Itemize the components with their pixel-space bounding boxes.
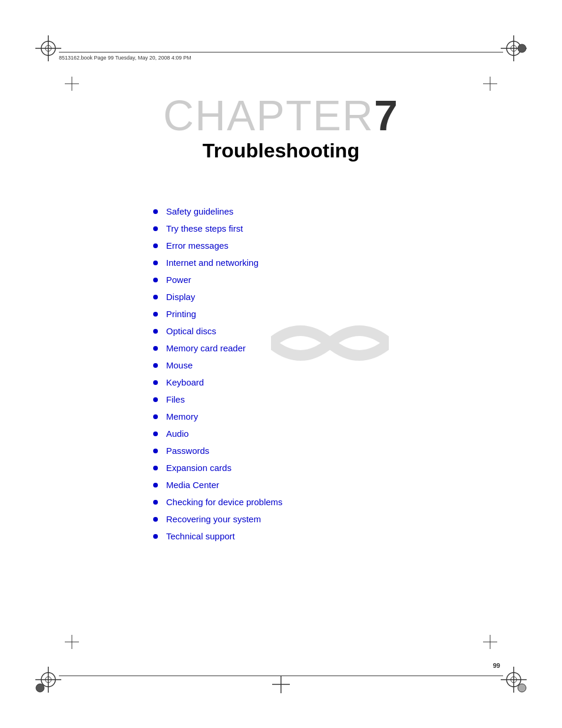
toc-item[interactable]: Memory card reader xyxy=(153,343,503,353)
chapter-subtitle: Troubleshooting xyxy=(0,139,562,162)
toc-link-audio[interactable]: Audio xyxy=(166,429,189,439)
toc-bullet-icon xyxy=(153,329,158,334)
toc-link-optical-discs[interactable]: Optical discs xyxy=(166,326,216,336)
toc-item[interactable]: Optical discs xyxy=(153,326,503,336)
toc-link-mouse[interactable]: Mouse xyxy=(166,360,193,370)
toc-link-internet-and-networking[interactable]: Internet and networking xyxy=(166,258,259,268)
toc-item[interactable]: Expansion cards xyxy=(153,463,503,473)
toc-link-power[interactable]: Power xyxy=(166,275,191,285)
toc-link-keyboard[interactable]: Keyboard xyxy=(166,377,204,387)
toc-container: Safety guidelinesTry these steps firstEr… xyxy=(153,206,503,548)
toc-link-printing[interactable]: Printing xyxy=(166,309,196,319)
chapter-heading: CHAPTER7 xyxy=(0,94,562,137)
toc-bullet-icon xyxy=(153,380,158,385)
toc-item[interactable]: Error messages xyxy=(153,241,503,251)
chapter-number: 7 xyxy=(374,92,399,139)
bottom-center-registration xyxy=(272,676,290,696)
toc-item[interactable]: Try these steps first xyxy=(153,223,503,233)
inner-reg-br xyxy=(483,635,497,651)
toc-bullet-icon xyxy=(153,500,158,505)
svg-point-18 xyxy=(518,684,526,692)
toc-link-try-these-steps-first[interactable]: Try these steps first xyxy=(166,223,243,233)
toc-link-error-messages[interactable]: Error messages xyxy=(166,241,229,251)
toc-item[interactable]: Media Center xyxy=(153,480,503,490)
header-text: 8513162.book Page 99 Tuesday, May 20, 20… xyxy=(59,55,191,61)
page-number: 99 xyxy=(493,662,500,669)
toc-bullet-icon xyxy=(153,483,158,487)
toc-bullet-icon xyxy=(153,517,158,522)
toc-item[interactable]: Printing xyxy=(153,309,503,319)
toc-item[interactable]: Passwords xyxy=(153,446,503,456)
toc-bullet-icon xyxy=(153,449,158,453)
toc-item[interactable]: Power xyxy=(153,275,503,285)
toc-bullet-icon xyxy=(153,278,158,282)
toc-bullet-icon xyxy=(153,243,158,248)
toc-item[interactable]: Safety guidelines xyxy=(153,206,503,216)
header-bar: 8513162.book Page 99 Tuesday, May 20, 20… xyxy=(59,52,503,61)
inner-reg-bl xyxy=(65,635,79,651)
toc-bullet-icon xyxy=(153,397,158,402)
toc-list: Safety guidelinesTry these steps firstEr… xyxy=(153,206,503,541)
toc-link-files[interactable]: Files xyxy=(166,394,185,404)
chapter-prefix: CHAPTER xyxy=(163,92,374,139)
svg-point-8 xyxy=(518,44,526,52)
corner-registration-bl xyxy=(35,657,71,693)
inner-reg-tl xyxy=(65,77,79,93)
toc-item[interactable]: Memory xyxy=(153,411,503,421)
toc-item[interactable]: Mouse xyxy=(153,360,503,370)
toc-item[interactable]: Audio xyxy=(153,429,503,439)
toc-item[interactable]: Recovering your system xyxy=(153,514,503,524)
toc-link-memory[interactable]: Memory xyxy=(166,411,198,421)
toc-bullet-icon xyxy=(153,534,158,539)
toc-bullet-icon xyxy=(153,346,158,351)
toc-link-media-center[interactable]: Media Center xyxy=(166,480,219,490)
toc-item[interactable]: Checking for device problems xyxy=(153,497,503,507)
toc-bullet-icon xyxy=(153,226,158,231)
toc-link-safety-guidelines[interactable]: Safety guidelines xyxy=(166,206,233,216)
toc-bullet-icon xyxy=(153,363,158,368)
toc-link-passwords[interactable]: Passwords xyxy=(166,446,209,456)
toc-item[interactable]: Internet and networking xyxy=(153,258,503,268)
toc-item[interactable]: Keyboard xyxy=(153,377,503,387)
toc-link-memory-card-reader[interactable]: Memory card reader xyxy=(166,343,246,353)
toc-item[interactable]: Display xyxy=(153,292,503,302)
toc-bullet-icon xyxy=(153,431,158,436)
toc-bullet-icon xyxy=(153,261,158,265)
toc-link-recovering-your-system[interactable]: Recovering your system xyxy=(166,514,261,524)
toc-bullet-icon xyxy=(153,295,158,299)
toc-bullet-icon xyxy=(153,312,158,317)
toc-item[interactable]: Technical support xyxy=(153,531,503,541)
toc-link-display[interactable]: Display xyxy=(166,292,195,302)
toc-bullet-icon xyxy=(153,209,158,214)
toc-item[interactable]: Files xyxy=(153,394,503,404)
toc-link-technical-support[interactable]: Technical support xyxy=(166,531,235,541)
toc-link-checking-for-device-problems[interactable]: Checking for device problems xyxy=(166,497,283,507)
chapter-container: CHAPTER7 Troubleshooting xyxy=(0,94,562,162)
inner-reg-tr xyxy=(483,77,497,93)
svg-point-13 xyxy=(36,684,44,692)
toc-bullet-icon xyxy=(153,466,158,470)
toc-link-expansion-cards[interactable]: Expansion cards xyxy=(166,463,232,473)
toc-bullet-icon xyxy=(153,414,158,419)
